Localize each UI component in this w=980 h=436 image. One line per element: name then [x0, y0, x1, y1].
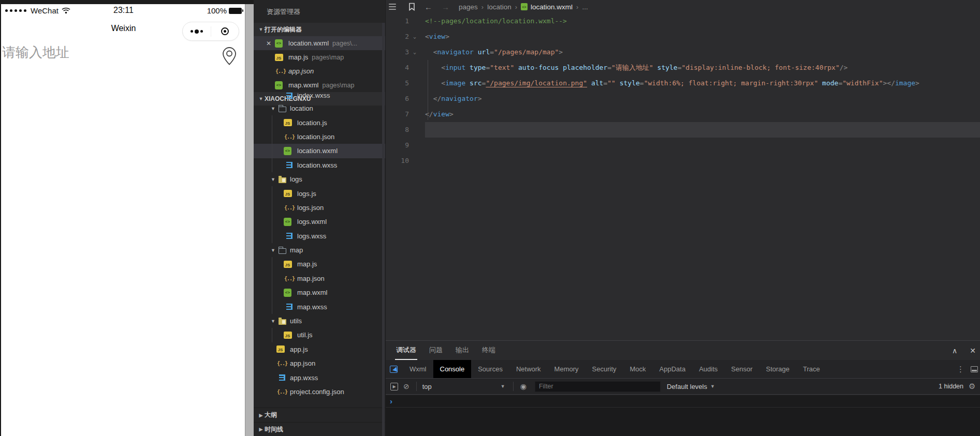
breadcrumb-item[interactable]: ... [582, 3, 588, 11]
line-number: 7 [386, 107, 409, 122]
console-filter-input[interactable] [535, 381, 661, 392]
code-line[interactable]: 10 [386, 153, 980, 169]
address-input[interactable]: 请输入地址 [2, 43, 69, 62]
more-options-kebab-icon[interactable]: ⋮ [957, 365, 964, 374]
devtools-tab-network[interactable]: Network [509, 360, 548, 378]
tree-folder-row[interactable]: ▼utils [254, 314, 386, 328]
code-line[interactable]: 1<!--pages/location/location.wxml--> [386, 13, 980, 29]
chevron-right-icon: ▶ [257, 427, 265, 432]
devtools-tab-security[interactable]: Security [586, 360, 623, 378]
tree-folder-row[interactable]: ▼logs [254, 172, 386, 186]
fold-chevron-icon[interactable]: ⌄ [411, 44, 418, 60]
code-editor[interactable]: 1<!--pages/location/location.wxml-->2⌄<v… [386, 13, 980, 340]
explorer-scrollbar[interactable] [382, 23, 385, 436]
bookmark-icon[interactable] [408, 3, 415, 11]
tree-file-row[interactable]: <>logs.wxml [254, 215, 386, 229]
hidden-messages-count: 1 hidden [939, 383, 963, 390]
devtools-tab-storage[interactable]: Storage [759, 360, 797, 378]
code-line[interactable]: 4 <input type="text" auto-focus placehol… [386, 60, 980, 76]
tree-file-row[interactable]: JSutil.js [254, 328, 386, 342]
exit-button[interactable] [211, 22, 239, 40]
fold-chevron-icon[interactable]: ⌄ [411, 29, 418, 44]
tree-file-row[interactable]: map.wxss [254, 299, 386, 313]
tree-file-row[interactable]: JSmap.js [254, 257, 386, 271]
devtools-tab-appdata[interactable]: AppData [653, 360, 693, 378]
code-token: = [640, 79, 644, 87]
debugger-tab-调试器[interactable]: 调试器 [395, 341, 417, 360]
code-token: image [895, 79, 915, 87]
open-editors-header[interactable]: ▼ 打开的编辑器 [254, 23, 385, 36]
code-line[interactable]: 9 [386, 138, 980, 153]
tree-item-label: logs.js [297, 190, 316, 198]
execution-context-select[interactable]: top ▼ [420, 383, 509, 390]
devtools-tab-sensor[interactable]: Sensor [724, 360, 759, 378]
clear-console-icon[interactable]: ⊘ [403, 382, 409, 390]
wxml-glyph: <> [285, 219, 290, 224]
outline-section-header[interactable]: ▶ 大纲 [254, 408, 386, 422]
tree-file-row[interactable]: JSlogs.js [254, 186, 386, 200]
tree-file-row[interactable]: <>location.wxml [254, 144, 386, 158]
debugger-tab-输出[interactable]: 输出 [455, 341, 470, 360]
open-editor-item[interactable]: ✕<>location.wxmlpages\... [254, 36, 385, 50]
panel-close-icon[interactable]: ✕ [970, 347, 976, 355]
tree-file-row[interactable]: {..}app.json [254, 356, 386, 370]
devtools-tab-mock[interactable]: Mock [623, 360, 653, 378]
tree-file-row[interactable]: JSapp.js [254, 342, 386, 356]
panel-divider[interactable] [245, 0, 254, 436]
log-levels-select[interactable]: Default levels ▼ [667, 383, 715, 390]
code-token: auto-focus [518, 64, 559, 71]
debugger-tab-终端[interactable]: 终端 [481, 341, 496, 360]
tree-file-row[interactable]: logs.wxss [254, 229, 386, 243]
console-sidebar-icon[interactable]: ▶ [390, 383, 398, 390]
navigate-back-icon[interactable]: ← [425, 3, 432, 11]
dock-side-icon[interactable] [971, 366, 978, 372]
navigate-forward-icon[interactable]: → [442, 3, 449, 11]
more-button[interactable] [183, 22, 211, 40]
tree-folder-row[interactable]: ▼map [254, 243, 386, 257]
phone-simulator: WeChat 23:11 100% Weixin [0, 0, 245, 436]
code-line[interactable]: 3⌄ <navigator url="/pages/map/map"> [386, 44, 980, 60]
open-editor-item[interactable]: JSmap.jspages\map [254, 50, 385, 64]
location-pin-icon[interactable] [221, 46, 238, 66]
console-settings-gear-icon[interactable]: ⚙ [969, 382, 980, 391]
panel-expand-icon[interactable]: ∧ [952, 347, 957, 355]
console-prompt-row[interactable]: › [386, 395, 980, 408]
devtools-tab-audits[interactable]: Audits [692, 360, 724, 378]
live-expression-eye-icon[interactable]: ◉ [520, 382, 526, 390]
tree-file-row[interactable]: location.wxss [254, 158, 386, 172]
tree-folder-row[interactable]: ▼location [254, 101, 386, 115]
fold-placeholder [411, 107, 418, 122]
tree-file-row[interactable]: <>map.wxml [254, 285, 386, 299]
console-output[interactable]: › [386, 395, 980, 436]
tree-file-row[interactable]: {..}logs.json [254, 201, 386, 215]
devtools-tab-sources[interactable]: Sources [471, 360, 509, 378]
devtools-tab-wxml[interactable]: Wxml [403, 360, 433, 378]
code-line[interactable]: 8 [386, 122, 980, 138]
devtools-tab-console[interactable]: Console [433, 360, 472, 378]
tree-file-row[interactable]: {..}location.json [254, 130, 386, 144]
devtools-tab-trace[interactable]: Trace [796, 360, 827, 378]
tree-item-label: logs.wxss [297, 232, 326, 240]
code-line[interactable]: 6 </navigator> [386, 91, 980, 107]
tree-file-row[interactable]: index.wxss [254, 93, 386, 101]
wxss-file-icon [285, 232, 294, 240]
tree-file-row[interactable]: JSlocation.js [254, 115, 386, 129]
open-editor-item[interactable]: <>map.wxmlpages\map [254, 78, 385, 92]
open-editor-item[interactable]: {..}app.json [254, 64, 385, 78]
timeline-section-header[interactable]: ▶ 时间线 [254, 422, 386, 436]
tree-item-label: utils [290, 317, 302, 325]
devtools-tab-memory[interactable]: Memory [548, 360, 586, 378]
breadcrumb-item[interactable]: pages [459, 3, 478, 11]
tree-file-row[interactable]: {..}map.json [254, 272, 386, 285]
debugger-tab-问题[interactable]: 问题 [428, 341, 444, 360]
code-line[interactable]: 7</view> [386, 107, 980, 122]
list-menu-icon[interactable] [389, 4, 397, 10]
breadcrumb-item-file[interactable]: <>location.wxml [521, 3, 573, 11]
line-number: 6 [386, 91, 409, 107]
breadcrumb-item[interactable]: location [487, 3, 511, 11]
tree-file-row[interactable]: {..}project.config.json [254, 385, 386, 399]
tree-file-row[interactable]: app.wxss [254, 370, 386, 384]
element-inspect-icon[interactable] [390, 366, 398, 373]
code-line[interactable]: 5 <image src="/pages/img/location.png" a… [386, 76, 980, 91]
code-line[interactable]: 2⌄<view> [386, 29, 980, 44]
